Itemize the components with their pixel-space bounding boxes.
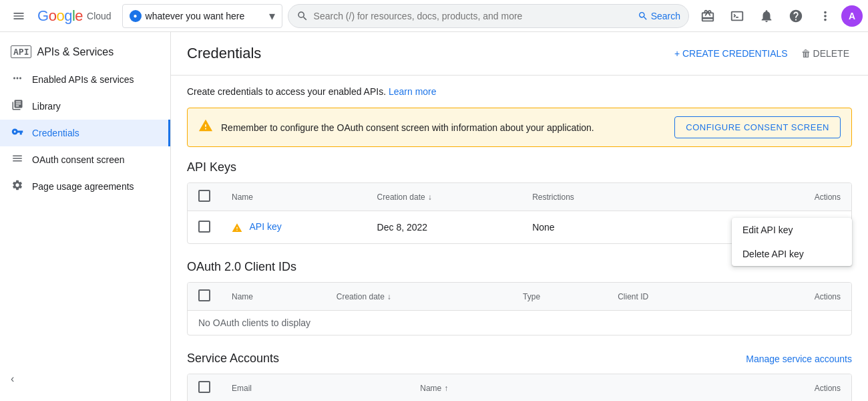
search-input[interactable] xyxy=(314,11,632,21)
warning-icon xyxy=(232,221,245,233)
col-header-type: Type xyxy=(512,283,607,311)
delete-button[interactable]: 🗑 DELETE xyxy=(799,43,852,64)
chevron-down-icon: ▾ xyxy=(269,9,275,23)
learn-more-link[interactable]: Learn more xyxy=(389,86,437,97)
sort-icon: ↓ xyxy=(428,192,432,202)
main-content: Credentials + CREATE CREDENTIALS 🗑 DELET… xyxy=(171,32,868,401)
page-usage-icon xyxy=(11,179,24,194)
header-checkbox-cell xyxy=(188,283,221,311)
project-icon: ● xyxy=(130,10,142,22)
project-name: whatever you want here xyxy=(146,11,265,21)
service-accounts-header-row: Email Name↑ Actions xyxy=(188,374,851,401)
col-header-actions: Actions xyxy=(634,374,851,401)
sidebar-item-enabled-apis[interactable]: Enabled APIs & services xyxy=(0,66,170,93)
sort-asc-icon: ↑ xyxy=(444,384,448,393)
api-key-link[interactable]: API key xyxy=(249,221,281,232)
create-credentials-button[interactable]: + CREATE CREDENTIALS xyxy=(672,43,791,64)
info-text: Create credentials to access your enable… xyxy=(187,86,852,97)
warning-banner: Remember to configure the OAuth consent … xyxy=(187,108,852,147)
header-checkbox-cell xyxy=(188,374,221,401)
page-title: Credentials xyxy=(187,45,661,62)
col-header-actions: Actions xyxy=(650,183,851,211)
avatar[interactable]: A xyxy=(841,5,863,27)
select-all-checkbox[interactable] xyxy=(198,289,210,301)
table-row-empty: No OAuth clients to display xyxy=(188,311,851,336)
dropdown-item-delete-api-key[interactable]: Delete API key xyxy=(732,242,852,266)
api-key-restrictions-cell: None xyxy=(521,211,650,244)
dropdown-item-edit-api-key[interactable]: Edit API key xyxy=(732,218,852,242)
col-header-creation-date[interactable]: Creation date↓ xyxy=(326,283,512,311)
project-selector[interactable]: ● whatever you want here ▾ xyxy=(122,4,282,28)
select-all-checkbox[interactable] xyxy=(198,381,210,393)
library-icon xyxy=(11,99,24,114)
api-icon: API xyxy=(11,45,31,58)
sort-icon: ↓ xyxy=(387,292,391,301)
hamburger-menu[interactable] xyxy=(5,3,32,29)
col-header-name[interactable]: Name↑ xyxy=(409,374,634,401)
collapse-sidebar-button[interactable]: ‹ xyxy=(11,373,14,385)
service-accounts-table: Email Name↑ Actions No service accounts … xyxy=(187,374,852,401)
header-checkbox-cell xyxy=(188,183,221,211)
search-bar[interactable]: Search xyxy=(288,4,689,28)
sidebar-item-oauth[interactable]: OAuth consent screen xyxy=(0,146,170,173)
col-header-client-id: Client ID xyxy=(607,283,734,311)
warning-text: Remember to configure the OAuth consent … xyxy=(221,122,666,133)
settings-icon xyxy=(11,72,24,88)
api-key-name-cell: API key xyxy=(221,211,367,244)
topbar-icon-group: A xyxy=(694,3,863,29)
api-keys-section-title: API Keys xyxy=(187,160,852,174)
page-actions: + CREATE CREDENTIALS 🗑 DELETE xyxy=(672,43,852,64)
search-icon xyxy=(296,10,308,22)
sidebar-item-label: Credentials xyxy=(32,128,79,138)
sidebar-item-library[interactable]: Library xyxy=(0,93,170,120)
dropdown-menu: Edit API key Delete API key xyxy=(732,218,852,266)
col-header-name: Name xyxy=(221,283,326,311)
sidebar-item-label: Library xyxy=(32,101,61,112)
row-checkbox-cell xyxy=(188,211,221,244)
cloud-label: Cloud xyxy=(87,11,112,21)
col-header-restrictions: Restrictions xyxy=(521,183,650,211)
service-accounts-section-header: Service Accounts Manage service accounts xyxy=(187,352,852,366)
col-header-email: Email xyxy=(221,374,409,401)
more-options-icon-button[interactable] xyxy=(812,3,839,29)
gift-icon-button[interactable] xyxy=(694,3,721,29)
sidebar-item-page-usage[interactable]: Page usage agreements xyxy=(0,173,170,200)
oauth-icon xyxy=(11,152,24,168)
google-cloud-logo: Google Cloud xyxy=(37,7,112,25)
sidebar-header: API APIs & Services xyxy=(0,37,170,66)
sidebar: API APIs & Services Enabled APIs & servi… xyxy=(0,32,171,401)
manage-service-accounts-link[interactable]: Manage service accounts xyxy=(746,354,852,364)
row-checkbox[interactable] xyxy=(198,221,210,233)
help-icon-button[interactable] xyxy=(783,3,809,29)
select-all-checkbox[interactable] xyxy=(198,190,210,202)
key-icon xyxy=(11,126,24,141)
empty-message: No OAuth clients to display xyxy=(188,311,851,336)
sidebar-header-label: APIs & Services xyxy=(37,46,114,58)
sidebar-item-label: Enabled APIs & services xyxy=(32,74,134,85)
bell-icon-button[interactable] xyxy=(753,3,780,29)
service-accounts-section-title: Service Accounts xyxy=(187,352,279,366)
page-header: Credentials + CREATE CREDENTIALS 🗑 DELET… xyxy=(171,32,868,76)
col-header-actions: Actions xyxy=(734,283,851,311)
oauth-clients-table: Name Creation date↓ Type Client ID Actio… xyxy=(187,282,852,336)
col-header-name: Name xyxy=(221,183,367,211)
sidebar-item-label: OAuth consent screen xyxy=(32,154,125,165)
terminal-icon-button[interactable] xyxy=(724,3,750,29)
sidebar-item-credentials[interactable]: Credentials xyxy=(0,120,170,146)
warning-icon xyxy=(198,118,213,136)
oauth-header-row: Name Creation date↓ Type Client ID Actio… xyxy=(188,283,851,311)
configure-consent-screen-button[interactable]: CONFIGURE CONSENT SCREEN xyxy=(674,116,841,138)
col-header-creation-date[interactable]: Creation date↓ xyxy=(367,183,522,211)
topbar: Google Cloud ● whatever you want here ▾ … xyxy=(0,0,868,32)
search-button[interactable]: Search xyxy=(638,11,680,21)
app-layout: API APIs & Services Enabled APIs & servi… xyxy=(0,32,868,401)
api-key-date-cell: Dec 8, 2022 xyxy=(367,211,522,244)
sidebar-item-label: Page usage agreements xyxy=(32,181,134,192)
api-keys-header-row: Name Creation date↓ Restrictions Actions xyxy=(188,183,851,211)
